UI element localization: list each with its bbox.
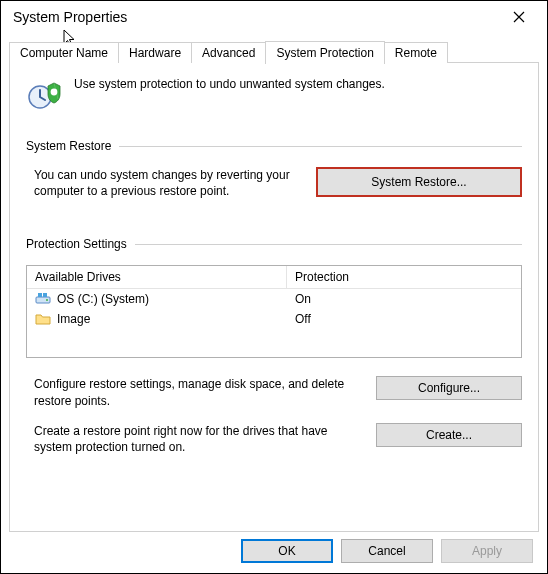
protection-cell: Off: [287, 310, 319, 328]
window-title: System Properties: [13, 9, 499, 25]
divider: [135, 244, 522, 245]
col-available-drives[interactable]: Available Drives: [27, 266, 287, 289]
titlebar: System Properties: [1, 1, 547, 33]
section-label: System Restore: [26, 139, 111, 153]
tab-advanced[interactable]: Advanced: [191, 42, 266, 63]
table-row[interactable]: Image Off: [27, 309, 521, 329]
dialog-footer: OK Cancel Apply: [241, 539, 533, 563]
system-drive-icon: [35, 291, 51, 307]
table-row[interactable]: OS (C:) (System) On: [27, 289, 521, 309]
folder-icon: [35, 311, 51, 327]
create-row: Create a restore point right now for the…: [26, 423, 522, 455]
system-restore-text: You can undo system changes by reverting…: [26, 167, 296, 199]
tab-system-protection[interactable]: System Protection: [265, 41, 384, 64]
tab-panel: Use system protection to undo unwanted s…: [9, 62, 539, 532]
configure-text: Configure restore settings, manage disk …: [26, 376, 356, 408]
close-icon: [513, 11, 525, 23]
apply-button: Apply: [441, 539, 533, 563]
configure-row: Configure restore settings, manage disk …: [26, 376, 522, 408]
table-body: OS (C:) (System) On Image Off: [27, 289, 521, 357]
section-protection-header: Protection Settings: [26, 237, 522, 251]
protection-cell: On: [287, 290, 319, 308]
tab-remote[interactable]: Remote: [384, 42, 448, 63]
svg-rect-4: [43, 293, 47, 297]
divider: [119, 146, 522, 147]
table-header: Available Drives Protection: [27, 266, 521, 289]
tabstrip-spacer: [447, 62, 539, 63]
tab-computer-name[interactable]: Computer Name: [9, 42, 119, 63]
drives-table: Available Drives Protection OS (C:): [26, 265, 522, 358]
section-system-restore-header: System Restore: [26, 139, 522, 153]
drive-cell: Image: [27, 309, 287, 329]
intro-text: Use system protection to undo unwanted s…: [74, 77, 385, 91]
tab-strip: Computer Name Hardware Advanced System P…: [9, 39, 539, 63]
svg-rect-3: [38, 293, 42, 297]
tab-hardware[interactable]: Hardware: [118, 42, 192, 63]
close-button[interactable]: [499, 3, 539, 31]
section-label: Protection Settings: [26, 237, 127, 251]
system-restore-row: You can undo system changes by reverting…: [26, 167, 522, 199]
drive-cell: OS (C:) (System): [27, 289, 287, 309]
cancel-button[interactable]: Cancel: [341, 539, 433, 563]
intro-row: Use system protection to undo unwanted s…: [26, 77, 522, 113]
ok-button[interactable]: OK: [241, 539, 333, 563]
system-restore-button[interactable]: System Restore...: [316, 167, 522, 197]
col-protection[interactable]: Protection: [287, 266, 521, 289]
configure-button[interactable]: Configure...: [376, 376, 522, 400]
system-properties-window: System Properties Computer Name Hardware…: [0, 0, 548, 574]
svg-point-5: [46, 299, 48, 301]
system-protection-icon: [26, 77, 62, 113]
create-button[interactable]: Create...: [376, 423, 522, 447]
create-text: Create a restore point right now for the…: [26, 423, 356, 455]
client-area: Computer Name Hardware Advanced System P…: [1, 39, 547, 540]
